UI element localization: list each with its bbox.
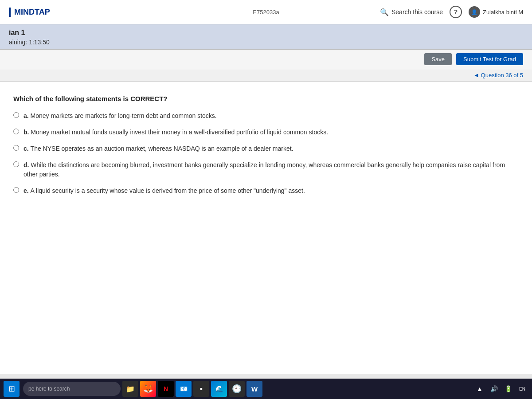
mail-taskbar-button[interactable]: 📧 bbox=[176, 381, 192, 397]
sub-header: ian 1 aining: 1:13:50 bbox=[0, 24, 532, 50]
option-d-label[interactable]: d. While the distinctions are becoming b… bbox=[23, 160, 519, 179]
option-a-label[interactable]: a. Money markets are markets for long-te… bbox=[23, 111, 217, 121]
section-title: ian 1 bbox=[9, 29, 523, 37]
windows-taskbar: ⊞ pe here to search 📁 🦊 N 📧 ▪ 🌊 🕘 W ▲ 🔊 … bbox=[0, 379, 532, 399]
top-navigation-bar: MINDTAP E752033a 🔍 Search this course ? … bbox=[0, 0, 532, 24]
wifi-icon[interactable]: ▲ bbox=[473, 383, 486, 395]
top-bar-right: 🔍 Search this course ? 👤 Zulaikha binti … bbox=[380, 6, 523, 18]
option-d-id: d. bbox=[23, 161, 31, 168]
battery-icon[interactable]: 🔋 bbox=[502, 383, 514, 395]
search-icon: 🔍 bbox=[380, 8, 389, 16]
user-menu[interactable]: 👤 Zulaikha binti M bbox=[469, 6, 523, 18]
taskbar-search-box[interactable]: pe here to search bbox=[23, 382, 121, 396]
netflix-taskbar-button[interactable]: N bbox=[158, 381, 174, 397]
top-bar-left: MINDTAP bbox=[9, 8, 50, 17]
answer-option-d[interactable]: d. While the distinctions are becoming b… bbox=[13, 160, 519, 179]
question-toolbar: Save Submit Test for Grad bbox=[0, 50, 532, 69]
edge-taskbar-button[interactable]: 🌊 bbox=[211, 381, 227, 397]
system-tray: ▲ 🔊 🔋 EN bbox=[473, 383, 528, 395]
windows-start-button[interactable]: ⊞ bbox=[4, 381, 20, 397]
option-c-id: c. bbox=[23, 145, 31, 152]
photos-taskbar-button[interactable]: ▪ bbox=[193, 381, 209, 397]
word-taskbar-button[interactable]: W bbox=[246, 381, 262, 397]
answer-option-c[interactable]: c. The NYSE operates as an auction marke… bbox=[13, 144, 519, 153]
option-e-id: e. bbox=[23, 187, 31, 194]
prev-question-link[interactable]: ◄ Question 36 of 5 bbox=[473, 72, 523, 78]
answer-option-a[interactable]: a. Money markets are markets for long-te… bbox=[13, 111, 519, 121]
answer-option-e[interactable]: e. A liquid security is a security whose… bbox=[13, 186, 519, 196]
search-course-label: Search this course bbox=[391, 8, 443, 16]
option-c-text: The NYSE operates as an auction market, … bbox=[31, 145, 293, 152]
option-b-text: Money market mutual funds usually invest… bbox=[31, 129, 328, 136]
option-e-text: A liquid security is a security whose va… bbox=[31, 187, 305, 194]
page-id: E752033a bbox=[253, 9, 279, 16]
option-d-text: While the distinctions are becoming blur… bbox=[23, 161, 505, 178]
option-b-id: b. bbox=[23, 129, 31, 136]
volume-icon[interactable]: 🔊 bbox=[488, 383, 500, 395]
radio-option-d[interactable] bbox=[13, 161, 19, 167]
question-text: Which of the following statements is COR… bbox=[13, 95, 519, 102]
radio-option-e[interactable] bbox=[13, 187, 19, 193]
user-avatar: 👤 bbox=[469, 6, 480, 18]
save-button[interactable]: Save bbox=[424, 53, 452, 65]
option-e-label[interactable]: e. A liquid security is a security whose… bbox=[23, 186, 305, 196]
user-name: Zulaikha binti M bbox=[483, 9, 523, 16]
radio-option-b[interactable] bbox=[13, 129, 19, 134]
radio-option-a[interactable] bbox=[13, 112, 19, 118]
option-a-text: Money markets are markets for long-term … bbox=[31, 112, 217, 119]
system-tray-icons: ▲ 🔊 🔋 EN bbox=[473, 383, 528, 395]
timer: aining: 1:13:50 bbox=[9, 39, 523, 46]
help-button[interactable]: ? bbox=[450, 6, 462, 18]
file-explorer-taskbar-button[interactable]: 📁 bbox=[122, 381, 138, 397]
search-placeholder: pe here to search bbox=[28, 386, 70, 392]
option-a-id: a. bbox=[23, 112, 31, 119]
option-c-label[interactable]: c. The NYSE operates as an auction marke… bbox=[23, 144, 293, 153]
search-course-button[interactable]: 🔍 Search this course bbox=[380, 8, 443, 16]
answer-option-b[interactable]: b. Money market mutual funds usually inv… bbox=[13, 128, 519, 137]
question-navigation: ◄ Question 36 of 5 bbox=[0, 69, 532, 82]
firefox-taskbar-button[interactable]: 🦊 bbox=[140, 381, 156, 397]
network-icon[interactable]: EN bbox=[516, 383, 528, 395]
question-content-area: Which of the following statements is COR… bbox=[0, 82, 532, 374]
submit-button[interactable]: Submit Test for Grad bbox=[456, 53, 523, 65]
clock-taskbar-button[interactable]: 🕘 bbox=[229, 381, 245, 397]
option-b-label[interactable]: b. Money market mutual funds usually inv… bbox=[23, 128, 328, 137]
mindtap-logo: MINDTAP bbox=[9, 8, 50, 17]
radio-option-c[interactable] bbox=[13, 145, 19, 151]
